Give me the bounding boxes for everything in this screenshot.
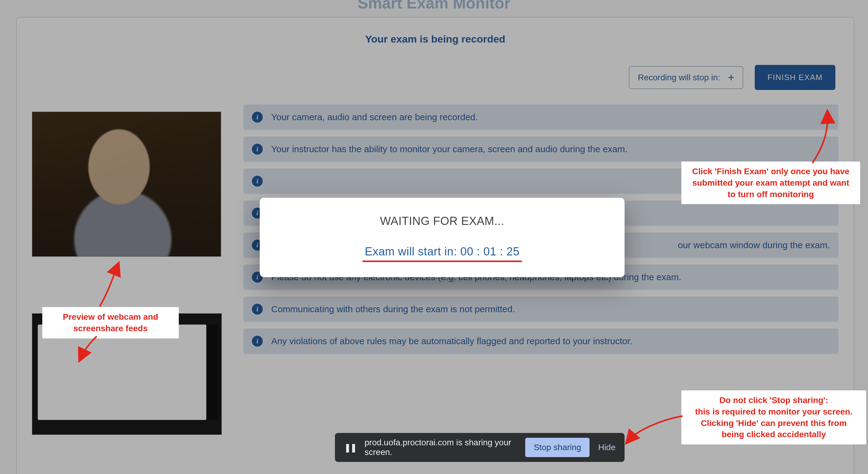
info-icon: i <box>252 176 263 187</box>
annotation-text: this is required to monitor your screen. <box>687 406 860 417</box>
info-text: Any violations of above rules may be aut… <box>271 336 632 346</box>
info-icon: i <box>252 144 263 155</box>
info-text: Communicating with others during the exa… <box>271 304 515 314</box>
info-text: Your camera, audio and screen are being … <box>271 112 478 122</box>
pause-icon: ❚❚ <box>344 443 356 452</box>
arrow-icon <box>785 112 846 172</box>
annotation-stop-sharing: Do not click 'Stop sharing': this is req… <box>681 390 866 444</box>
info-text: Your instructor has the ability to monit… <box>271 144 628 154</box>
countdown-prefix: Exam will start in: <box>365 245 460 258</box>
stop-sharing-button[interactable]: Stop sharing <box>525 438 590 457</box>
waiting-label: WAITING FOR EXAM... <box>272 215 613 228</box>
app-title: Smart Exam Monitor <box>0 0 868 12</box>
annotation-text: Preview of webcam and screenshare feeds <box>48 311 173 334</box>
annotation-text: being clicked accidentally <box>687 429 860 440</box>
arrow-icon <box>91 264 133 313</box>
screenshare-message: prod.uofa.proctorai.com is sharing your … <box>365 438 517 457</box>
info-row: i Any violations of above rules may be a… <box>243 328 838 354</box>
info-icon: i <box>252 304 263 315</box>
annotation-text: Do not click 'Stop sharing': <box>687 394 860 406</box>
countdown-value: 00 : 01 : 25 <box>460 245 520 258</box>
annotation-text: submitted your exam attempt and want <box>687 177 854 189</box>
info-icon: i <box>252 112 263 123</box>
annotation-text: Clicking 'Hide' can prevent this from <box>687 417 860 429</box>
info-text: our webcam window during the exam. <box>678 240 830 250</box>
info-row: i Your instructor has the ability to mon… <box>243 136 838 162</box>
arrow-icon <box>79 335 115 365</box>
webcam-preview <box>32 112 221 257</box>
info-row: i Communicating with others during the e… <box>243 296 838 322</box>
countdown: Exam will start in: 00 : 01 : 25 <box>363 245 522 262</box>
plus-icon: + <box>728 72 734 83</box>
info-row: i Your camera, audio and screen are bein… <box>243 104 838 130</box>
screenshare-bar: ❚❚ prod.uofa.proctorai.com is sharing yo… <box>335 433 625 462</box>
recording-subtitle: Your exam is being recorded <box>32 33 838 45</box>
arrow-icon <box>625 414 695 450</box>
annotation-text: to turn off monitoring <box>687 189 854 200</box>
hide-button[interactable]: Hide <box>598 443 616 452</box>
recording-stop-indicator[interactable]: Recording will stop in: + <box>629 66 743 89</box>
finish-exam-button[interactable]: FINISH EXAM <box>755 65 835 90</box>
info-icon: i <box>252 336 263 347</box>
waiting-modal: WAITING FOR EXAM... Exam will start in: … <box>260 198 625 277</box>
recording-stop-label: Recording will stop in: <box>638 73 720 83</box>
top-controls: Recording will stop in: + FINISH EXAM <box>32 65 835 90</box>
